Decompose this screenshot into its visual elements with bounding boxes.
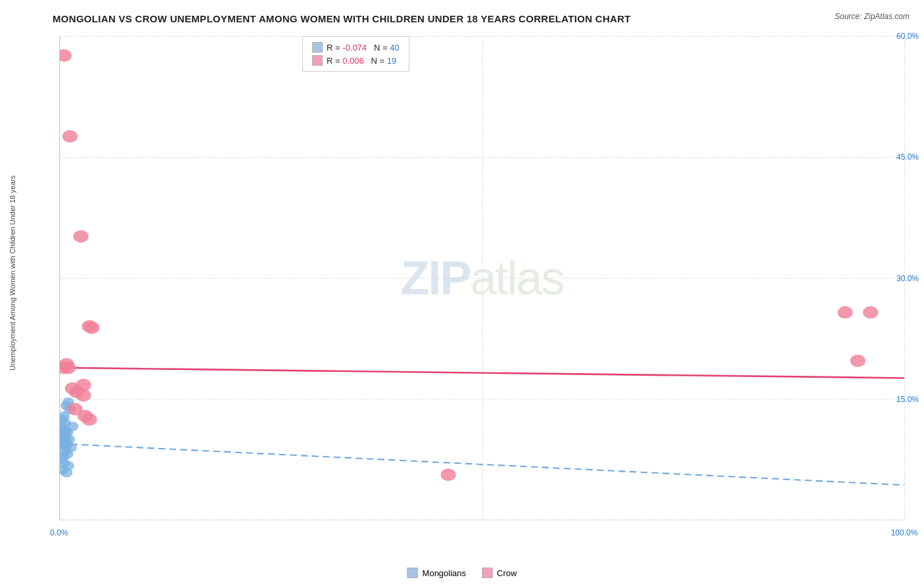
svg-point-33	[62, 130, 78, 143]
source-label: Source: ZipAtlas.com	[835, 12, 910, 21]
svg-line-0	[60, 443, 904, 485]
y-ticks-container: 60.0% 45.0% 30.0% 15.0%	[888, 36, 924, 520]
x-tick-0: 0.0%	[50, 528, 68, 537]
legend-row-mongolians: R = -0.074 N = 40	[312, 42, 400, 53]
svg-point-44	[850, 355, 866, 367]
x-ticks-container: 0.0% 100.0%	[59, 528, 904, 541]
mongolians-n: 40	[390, 43, 399, 53]
y-axis-label: Unemployment Among Women with Children U…	[7, 36, 18, 520]
svg-point-49	[81, 413, 97, 426]
svg-point-31	[60, 468, 72, 478]
bottom-legend: Mongolians Crow	[407, 568, 517, 578]
scatter-plot	[60, 36, 904, 520]
bottom-legend-mongolians: Mongolians	[407, 568, 467, 578]
y-tick-60: 60.0%	[896, 32, 919, 41]
legend-mongolians-text: R = -0.074 N = 40	[327, 43, 400, 53]
legend-box: R = -0.074 N = 40 R = 0.006 N = 19	[302, 36, 409, 72]
svg-point-45	[441, 468, 456, 481]
svg-point-36	[84, 321, 99, 334]
bottom-label-crow: Crow	[497, 568, 517, 578]
x-tick-100: 100.0%	[891, 528, 918, 537]
mongolians-r: -0.074	[342, 43, 367, 53]
svg-point-48	[68, 403, 83, 415]
bottom-swatch-mongolians	[407, 568, 418, 578]
legend-crow-text: R = 0.006 N = 19	[327, 56, 396, 66]
bottom-swatch-crow	[482, 568, 492, 578]
svg-point-42	[837, 306, 852, 319]
chart-area: ZIPatlas	[59, 36, 904, 520]
y-tick-15: 15.0%	[896, 395, 919, 404]
mongolians-swatch	[312, 42, 323, 53]
crow-r: 0.006	[342, 56, 364, 66]
bottom-label-mongolians: Mongolians	[423, 568, 467, 578]
y-tick-45: 45.0%	[896, 152, 919, 162]
svg-point-43	[863, 306, 878, 319]
bottom-legend-crow: Crow	[482, 568, 517, 578]
svg-point-32	[60, 49, 72, 62]
svg-point-50	[76, 379, 91, 392]
chart-title: MONGOLIAN VS CROW UNEMPLOYMENT AMONG WOM…	[53, 13, 911, 24]
chart-container: MONGOLIAN VS CROW UNEMPLOYMENT AMONG WOM…	[0, 0, 924, 586]
svg-line-1	[60, 368, 904, 378]
crow-swatch	[312, 55, 323, 66]
y-tick-30: 30.0%	[896, 274, 919, 283]
legend-row-crow: R = 0.006 N = 19	[312, 55, 400, 66]
svg-point-34	[74, 230, 89, 242]
crow-n: 19	[387, 56, 396, 66]
grid-line-bottom	[60, 520, 904, 520]
